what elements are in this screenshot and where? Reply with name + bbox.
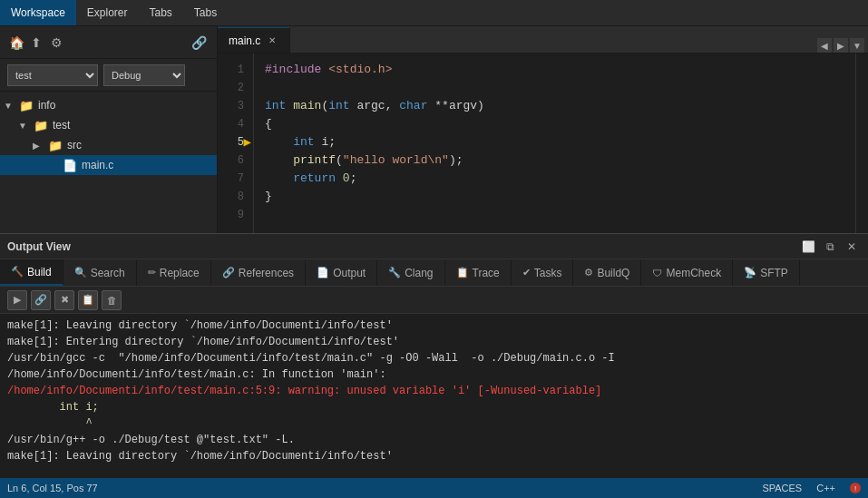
tree-label-info: info	[38, 99, 55, 112]
output-line-2: make[1]: Entering directory `/home/info/…	[7, 334, 861, 350]
sidebar-gear-icon[interactable]: ⚙	[47, 34, 65, 52]
output-line-9: /usr/bin/g++ -o ./Debug/test @"test.txt"…	[7, 432, 861, 448]
code-line-2	[265, 79, 844, 97]
main-area: 🏠 ⬆ ⚙ 🔗 test Debug Release ▼ 📁	[0, 26, 868, 478]
code-line-1: #include <stdio.h>	[265, 61, 844, 79]
editor-area: main.c ✕ ◀ ▶ ▼ 1 2 3 4 5	[218, 26, 868, 233]
panel-tab-sftp[interactable]: 📡 SFTP	[733, 259, 800, 286]
line-num-7: 7	[221, 170, 249, 188]
menu-workspace[interactable]: Workspace	[0, 0, 76, 25]
output-line-7: ^	[7, 415, 861, 432]
panel-tab-memcheck[interactable]: 🛡 MemCheck	[641, 259, 733, 286]
replace-tab-label: Replace	[160, 267, 200, 279]
tree-item-info[interactable]: ▼ 📁 info	[0, 95, 217, 115]
tasks-tab-label: Tasks	[534, 267, 562, 279]
status-position: Ln 6, Col 15, Pos 77	[7, 483, 98, 493]
code-line-9	[265, 206, 844, 224]
panel-title: Output View	[7, 240, 71, 253]
memcheck-tab-label: MemCheck	[666, 267, 721, 279]
panel-tab-trace[interactable]: 📋 Trace	[445, 259, 512, 286]
memcheck-tab-icon: 🛡	[652, 268, 662, 278]
panel-tab-output[interactable]: 📄 Output	[306, 259, 377, 286]
toolbar-copy-btn[interactable]: 📋	[78, 290, 98, 310]
toolbar-clear-btn[interactable]: 🗑	[102, 290, 122, 310]
tree-item-test[interactable]: ▼ 📁 test	[0, 115, 217, 135]
panel-output[interactable]: make[1]: Leaving directory `/home/info/D…	[0, 314, 868, 478]
trace-tab-label: Trace	[473, 267, 500, 279]
status-bar: Ln 6, Col 15, Pos 77 SPACES C++ !	[0, 478, 868, 498]
sftp-tab-label: SFTP	[760, 267, 788, 279]
panel-tab-tasks[interactable]: ✔ Tasks	[512, 259, 574, 286]
panel-close-btn[interactable]: ✕	[843, 238, 861, 256]
buildq-tab-label: BuildQ	[597, 267, 629, 279]
output-line-1: make[1]: Leaving directory `/home/info/D…	[7, 317, 861, 334]
toolbar-stop-btn[interactable]: ✖	[54, 290, 74, 310]
scroll-left-btn[interactable]: ◀	[817, 38, 832, 53]
code-area: 1 2 3 4 5 ▶ 6 7 8 9 #include <stdio.h>	[218, 54, 868, 233]
sidebar-back-icon[interactable]: ⬆	[27, 34, 45, 52]
menu-explorer[interactable]: Explorer	[76, 0, 139, 25]
sidebar-home-icon[interactable]: 🏠	[7, 34, 25, 52]
search-tab-label: Search	[91, 267, 125, 279]
tree-item-mainc[interactable]: 📄 main.c	[0, 155, 217, 175]
build-tab-label: Build	[27, 266, 52, 278]
buildq-tab-icon: ⚙	[584, 267, 593, 278]
status-language: C++	[816, 483, 835, 493]
tree-item-src[interactable]: ▶ 📁 src	[0, 135, 217, 155]
tab-label-mainc: main.c	[229, 34, 260, 47]
file-tree: ▼ 📁 info ▼ 📁 test ▶ 📁 src	[0, 92, 217, 233]
sidebar-link-icon[interactable]: 🔗	[190, 34, 208, 52]
status-encoding: SPACES	[762, 483, 802, 493]
references-tab-icon: 🔗	[222, 267, 235, 278]
menu-tabs2[interactable]: Tabs	[183, 0, 228, 25]
build-tab-icon: 🔨	[11, 266, 24, 278]
folder-icon-test: 📁	[33, 117, 49, 133]
line-num-9: 9	[221, 206, 249, 224]
code-line-8: }	[265, 188, 844, 206]
line-num-4: 4	[221, 115, 249, 133]
panel-maximize-btn[interactable]: ⬜	[799, 238, 817, 256]
error-indicator: !	[850, 483, 861, 493]
line-num-5: 5 ▶	[221, 133, 249, 151]
code-line-6: printf("hello world\n");	[265, 151, 844, 170]
output-line-4: /home/info/Documenti/info/test/main.c: I…	[7, 366, 861, 383]
scroll-right-btn[interactable]: ▶	[834, 38, 848, 53]
code-line-5: int i;	[265, 133, 844, 151]
panel-tab-search[interactable]: 🔍 Search	[63, 259, 137, 286]
line-numbers: 1 2 3 4 5 ▶ 6 7 8 9	[218, 54, 254, 233]
line-num-1: 1	[221, 61, 249, 79]
code-line-4: {	[265, 115, 844, 133]
replace-tab-icon: ✏	[148, 267, 156, 278]
scroll-down-btn[interactable]: ▼	[850, 38, 864, 53]
line-num-2: 2	[221, 79, 249, 97]
panel-tabs: 🔨 Build 🔍 Search ✏ Replace 🔗 References …	[0, 259, 868, 287]
panel-toolbar: ▶ 🔗 ✖ 📋 🗑	[0, 287, 868, 314]
code-line-7: return 0;	[265, 170, 844, 188]
tab-mainc[interactable]: main.c ✕	[218, 27, 290, 53]
panel-tab-replace[interactable]: ✏ Replace	[137, 259, 211, 286]
panel-controls: ⬜ ⧉ ✕	[799, 238, 861, 256]
toolbar-link-btn[interactable]: 🔗	[31, 290, 51, 310]
menu-tabs[interactable]: Tabs	[139, 0, 183, 25]
tab-close-mainc[interactable]: ✕	[266, 34, 278, 47]
line-num-3: 3	[221, 97, 249, 115]
panel-tab-build[interactable]: 🔨 Build	[0, 259, 63, 286]
output-line-5: /home/info/Documenti/info/test/main.c:5:…	[7, 383, 861, 399]
toolbar-run-btn[interactable]: ▶	[7, 290, 27, 310]
project-select[interactable]: test	[7, 64, 98, 86]
tree-label-test: test	[53, 119, 70, 132]
tree-label-mainc: main.c	[82, 159, 113, 171]
panel-tab-clang[interactable]: 🔧 Clang	[377, 259, 444, 286]
editor-tabs: main.c ✕	[218, 26, 817, 53]
status-left: Ln 6, Col 15, Pos 77	[7, 483, 98, 493]
bottom-panel: Output View ⬜ ⧉ ✕ 🔨 Build 🔍 Search ✏ Rep…	[0, 233, 868, 478]
code-content[interactable]: #include <stdio.h> int main(int argc, ch…	[254, 54, 855, 233]
panel-tab-buildq[interactable]: ⚙ BuildQ	[573, 259, 641, 286]
editor-vscroll[interactable]	[855, 54, 868, 233]
panel-restore-btn[interactable]: ⧉	[821, 238, 839, 256]
status-right: SPACES C++ !	[762, 483, 861, 493]
search-tab-icon: 🔍	[74, 267, 87, 278]
build-select[interactable]: Debug Release	[103, 64, 185, 86]
panel-tab-references[interactable]: 🔗 References	[211, 259, 306, 286]
clang-tab-icon: 🔧	[388, 267, 401, 278]
